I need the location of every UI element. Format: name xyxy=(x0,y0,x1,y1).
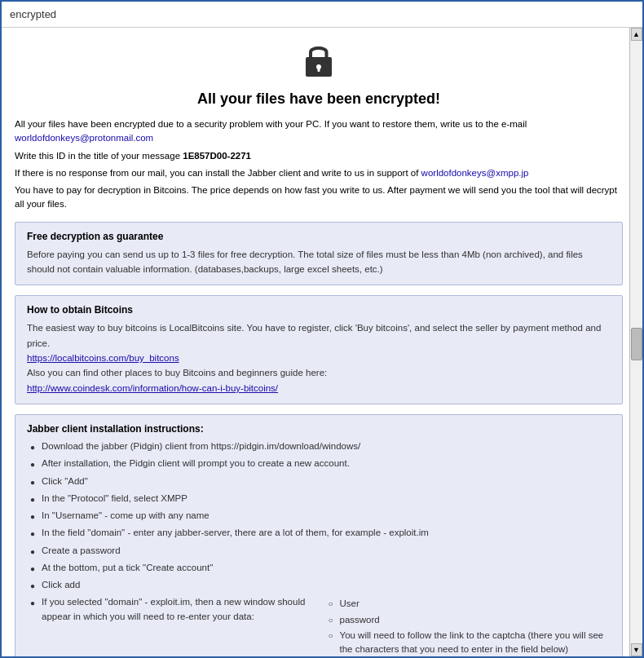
scroll-up-arrow: ▲ xyxy=(633,30,640,38)
section-bitcoin-title: How to obtain Bitcoins xyxy=(27,304,611,316)
main-content: All your files have been encrypted! All … xyxy=(2,28,642,656)
jabber-item-3: Click "Add" xyxy=(30,475,611,488)
jabber-item-1: Download the jabber (Pidgin) client from… xyxy=(30,439,611,453)
scroll-thumb[interactable] xyxy=(631,328,642,360)
section-jabber: Jabber client installation instructions:… xyxy=(15,414,623,656)
intro-line2-pre: Write this ID in the title of your messa… xyxy=(15,151,180,161)
jabber-sub-item-3: You will need to follow the link to the … xyxy=(328,629,611,656)
jabber-sub-item-1: User xyxy=(328,597,611,611)
payment-notice: You have to pay for decryption in Bitcoi… xyxy=(15,183,623,212)
bitcoin-link2[interactable]: http://www.coindesk.com/information/how-… xyxy=(27,383,278,393)
jabber-item-8: At the bottom, put a tick "Create accoun… xyxy=(30,561,611,575)
lock-icon xyxy=(15,41,623,86)
jabber-item-6: In the field "domain" - enter any jabber… xyxy=(30,526,611,540)
section-free-decryption-body: Before paying you can send us up to 1-3 … xyxy=(27,247,611,277)
intro-line3-pre: If there is no response from our mail, y… xyxy=(15,168,418,178)
jabber-sub-list: User password You will need to follow th… xyxy=(308,597,611,656)
intro-line3: If there is no response from our mail, y… xyxy=(15,166,623,180)
scroll-down-button[interactable]: ▼ xyxy=(631,643,642,656)
section-jabber-title: Jabber client installation instructions: xyxy=(27,423,611,435)
jabber-instructions-list: Download the jabber (Pidgin) client from… xyxy=(27,439,611,656)
section-bitcoin-body: The easiest way to buy bitcoins is Local… xyxy=(27,320,611,395)
window-title: encrypted xyxy=(10,8,56,20)
intro-line1: All your files have been encrypted due t… xyxy=(15,117,623,146)
jabber-item-10: If you selected "domain" - exploit.im, t… xyxy=(30,595,611,656)
svg-rect-2 xyxy=(318,67,320,72)
jabber-item-4: In the "Protocol" field, select XMPP xyxy=(30,492,611,506)
bitcoin-body-pre: The easiest way to buy bitcoins is Local… xyxy=(27,323,601,347)
email-address: worldofdonkeys@protonmail.com xyxy=(15,133,153,143)
jabber-address: worldofdonkeys@xmpp.jp xyxy=(421,168,529,178)
bitcoin-body-mid: Also you can find other places to buy Bi… xyxy=(27,368,327,378)
scroll-down-arrow: ▼ xyxy=(633,646,640,654)
intro-line2: Write this ID in the title of your messa… xyxy=(15,149,623,163)
section-free-decryption-title: Free decryption as guarantee xyxy=(27,231,611,242)
section-bitcoin: How to obtain Bitcoins The easiest way t… xyxy=(15,295,623,404)
message-id: 1E857D00-2271 xyxy=(183,151,251,161)
jabber-item-2: After installation, the Pidgin client wi… xyxy=(30,457,611,470)
main-window: encrypted All your files have been encry… xyxy=(0,0,644,658)
intro-line1-pre: All your files have been encrypted due t… xyxy=(15,119,527,129)
scroll-up-button[interactable]: ▲ xyxy=(631,28,642,41)
jabber-item-7: Create a password xyxy=(30,544,611,558)
title-bar: encrypted xyxy=(2,2,642,28)
jabber-sub-item-2: password xyxy=(328,613,611,627)
main-heading: All your files have been encrypted! xyxy=(15,91,623,108)
scrollbar[interactable]: ▲ ▼ xyxy=(629,28,642,656)
jabber-item-9: Click add xyxy=(30,578,611,592)
bitcoin-link1[interactable]: https://localbitcoins.com/buy_bitcons xyxy=(27,353,179,363)
content-wrapper: All your files have been encrypted! All … xyxy=(2,28,642,656)
section-free-decryption: Free decryption as guarantee Before payi… xyxy=(15,222,623,286)
jabber-item-5: In "Username" - come up with any name xyxy=(30,509,611,523)
